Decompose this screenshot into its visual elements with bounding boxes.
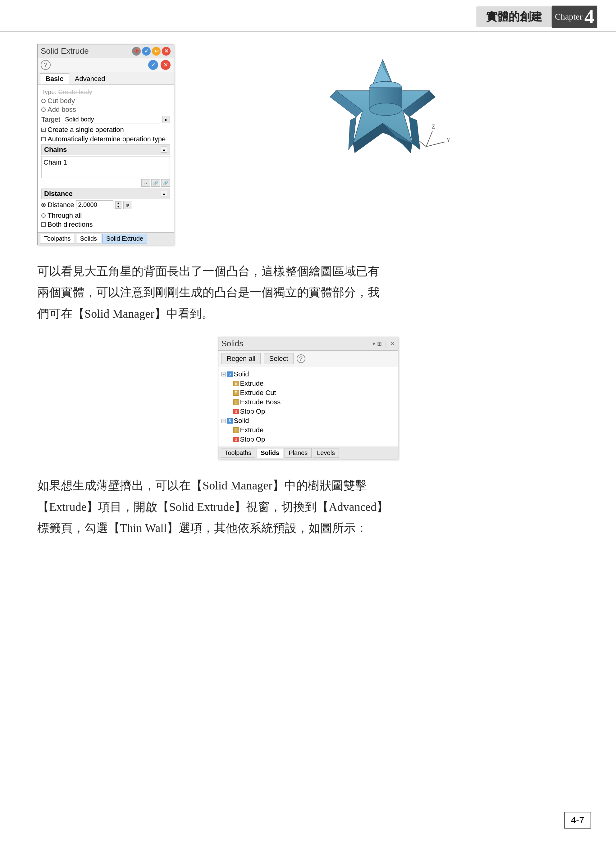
dialog-pin-button[interactable]: 📌 (132, 47, 141, 56)
checkbox-auto-determine[interactable]: Automatically determine operation type (41, 135, 170, 143)
regen-all-button[interactable]: Regen all (221, 353, 261, 364)
text-line-2: 兩個實體，可以注意到剛剛生成的凸台是一個獨立的實體部分，我 (37, 282, 579, 303)
dialog-body: Type: Create body Cut body Add boss Targ… (38, 85, 174, 232)
tree-expand-solid1[interactable]: − (221, 372, 226, 377)
through-all-radio-circle (41, 213, 45, 218)
chain-tool-edit[interactable]: 🔗 (151, 179, 160, 187)
radio-cut-body[interactable]: Cut body (41, 97, 170, 105)
dialog-tabs: Basic Advanced (38, 72, 174, 85)
solids-footer-tab-levels[interactable]: Levels (313, 448, 339, 458)
distance-label: Distance (44, 190, 73, 198)
dialog-titlebar: Solid Extrude 📌 ✓ ↩ ✕ (38, 44, 174, 58)
stop-op-1-icon: S (233, 409, 239, 414)
extrude-1-label: Extrude (240, 379, 264, 388)
chain-tool-add[interactable]: 🔗 (161, 179, 170, 187)
type-label: Type: Create body (41, 88, 170, 96)
solids-controls: ▾ ⊞ | ✕ (373, 340, 395, 348)
through-all-radio[interactable]: Through all (41, 211, 170, 220)
distance-field-label: Distance (47, 201, 74, 209)
tree-stop-op-2: S Stop Op (221, 435, 395, 444)
3d-view: Y Z X (186, 44, 579, 245)
text-line-1: 可以看見大五角星的背面長出了一個凸台，這樣整個繪圖區域已有 (37, 261, 579, 282)
stop-op-2-label: Stop Op (240, 435, 265, 444)
solid-1-icon: S (227, 371, 233, 377)
dialog-controls: 📌 ✓ ↩ ✕ (132, 47, 170, 56)
svg-point-11 (370, 103, 402, 116)
solids-dock-icon[interactable]: ⊞ (377, 340, 382, 347)
target-input[interactable] (63, 115, 160, 124)
solids-footer-tab-toolpaths[interactable]: Toolpaths (221, 448, 256, 458)
tree-solid-2: − S Solid (221, 416, 395, 425)
solid-1-label: Solid (234, 370, 249, 378)
tree-solid-1: − S Solid (221, 369, 395, 379)
distance-radio[interactable] (41, 203, 45, 207)
solids-footer-tab-solids[interactable]: Solids (257, 448, 283, 458)
both-directions-checkbox[interactable]: Both directions (41, 220, 170, 229)
select-button[interactable]: Select (264, 353, 293, 364)
chain-tool-arrow[interactable]: ↔ (141, 179, 150, 187)
type-radio-group: Type: Create body Cut body Add boss (41, 87, 170, 115)
tree-extrude-1: E Extrude (221, 379, 395, 388)
distance-expand-button[interactable]: ▲ (161, 191, 167, 197)
extrude-boss-label: Extrude Boss (240, 398, 281, 406)
dialog-footer-tabs: Toolpaths Solids Solid Extrude (38, 232, 174, 245)
solids-help-icon[interactable]: ? (297, 355, 305, 363)
chain-item-1: Chain 1 (44, 158, 168, 167)
solids-close-icon[interactable]: ✕ (390, 340, 395, 347)
chains-label: Chains (44, 146, 67, 154)
radio-circle-cut (41, 99, 45, 103)
tab-advanced[interactable]: Advanced (70, 73, 111, 85)
star-3d-image: Y Z X (296, 50, 470, 206)
distance-input[interactable] (76, 200, 113, 210)
extrude-2-icon: E (233, 427, 239, 433)
chains-expand-button[interactable]: ▲ (161, 147, 167, 153)
checkbox-single-op-box[interactable] (41, 127, 45, 132)
target-browse-button[interactable]: ▸ (163, 116, 170, 123)
radio-add-boss[interactable]: Add boss (41, 105, 170, 114)
solids-dialog: Solids ▾ ⊞ | ✕ Regen all Select ? − S So… (218, 337, 398, 459)
tree-extrude-cut: E Extrude Cut (221, 388, 395, 397)
stop-op-1-label: Stop Op (240, 407, 265, 416)
text-line-6: 標籤頁，勾選【Thin Wall】選項，其他依系統預設，如圖所示： (37, 517, 579, 539)
checkbox-single-op[interactable]: Create a single operation (41, 126, 170, 134)
chains-toolbar: ↔ 🔗 🔗 (41, 179, 170, 187)
solids-title: Solids (221, 339, 243, 349)
text-line-3: 們可在【Solid Manager】中看到。 (37, 303, 579, 324)
footer-tab-toolpaths[interactable]: Toolpaths (40, 234, 75, 243)
distance-spin-up[interactable]: ▲ (115, 201, 122, 205)
both-directions-box[interactable] (41, 222, 45, 227)
footer-tab-solidextrude[interactable]: Solid Extrude (102, 234, 147, 243)
extrude-2-label: Extrude (240, 426, 264, 434)
close-circle-icon[interactable]: ✕ (161, 60, 170, 70)
solids-tree: − S Solid E Extrude E Extrude Cut E Extr… (219, 367, 398, 447)
dialog-close-button[interactable]: ✕ (162, 47, 170, 56)
checkbox-auto-determine-box[interactable] (41, 137, 45, 141)
chains-section-header: Chains ▲ (41, 144, 170, 155)
target-label: Target (41, 116, 60, 124)
distance-spin-down[interactable]: ▼ (115, 205, 122, 209)
extrude-cut-icon: E (233, 390, 239, 396)
dialog-title: Solid Extrude (41, 46, 89, 56)
text-line-5: 【Extrude】項目，開啟【Solid Extrude】視窗，切換到【Adva… (37, 496, 579, 517)
svg-line-12 (426, 142, 445, 147)
axis-x-label: X (412, 136, 417, 142)
tree-expand-solid2[interactable]: − (221, 419, 226, 423)
footer-tab-solids[interactable]: Solids (76, 234, 101, 243)
page-number: 4-7 (564, 812, 591, 829)
solid-2-icon: S (227, 418, 233, 423)
ok-circle-icon[interactable]: ✓ (148, 60, 158, 70)
solids-footer-tabs: Toolpaths Solids Planes Levels (219, 447, 398, 459)
tab-basic[interactable]: Basic (40, 73, 69, 85)
solids-toolbar: Regen all Select ? (219, 351, 398, 367)
text-line-4: 如果想生成薄壁擠出，可以在【Solid Manager】中的樹狀圖雙擊 (37, 475, 579, 496)
chapter-box: Chapter 4 (552, 6, 597, 28)
solids-footer-tab-planes[interactable]: Planes (285, 448, 312, 458)
help-icon[interactable]: ? (41, 60, 51, 70)
solids-pin-icon[interactable]: ▾ (373, 340, 375, 347)
tree-extrude-2: E Extrude (221, 425, 395, 435)
extrude-boss-icon: E (233, 399, 239, 405)
dialog-ok-button[interactable]: ✓ (142, 47, 151, 56)
distance-plus-button[interactable]: ⊕ (123, 201, 131, 209)
distance-section-header: Distance ▲ (41, 189, 170, 199)
dialog-back-button[interactable]: ↩ (152, 47, 161, 56)
